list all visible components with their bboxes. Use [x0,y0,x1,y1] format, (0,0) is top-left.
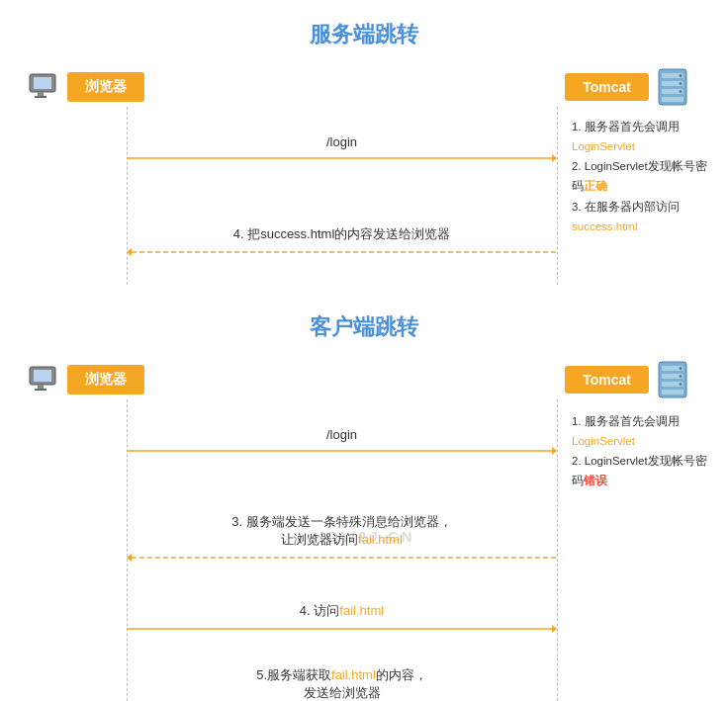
arrow1-svg-1 [127,151,557,165]
svg-rect-17 [34,370,51,382]
svg-point-6 [680,74,682,77]
note-2-1: 1. 服务器首先会调用LoginServlet [572,411,710,451]
svg-marker-31 [127,554,132,562]
tomcat-actor-1: Tomcat [565,67,690,107]
section1-title: 服务端跳转 [0,20,728,49]
arrow1-1: /login [127,134,557,154]
svg-point-8 [680,82,682,85]
svg-point-26 [680,383,682,386]
note-1-1: 1. 服务器首先会调用LoginServlet [572,117,710,156]
arrow2-label-1: 4. 把success.html的内容发送给浏览器 [127,225,557,243]
arrow2-1: 4. 把success.html的内容发送给浏览器 [127,225,557,259]
tomcat-box-2: Tomcat [565,366,649,394]
arrow2-2-label: 3. 服务端发送一条特殊消息给浏览器， 让浏览器访问fail.html [127,513,557,549]
svg-point-10 [680,90,682,93]
browser-actor-2: 浏览器 [28,365,144,394]
page-container: 服务端跳转 浏览器 Tomcat [0,0,728,701]
tomcat-actor-2: Tomcat [565,360,690,399]
arrow2-2-back: 3. 服务端发送一条特殊消息给浏览器， 让浏览器访问fail.html [127,513,557,565]
arrow2-3-label: 4. 访问fail.html [127,602,557,620]
note-1-2: 2. LoginServlet发现帐号密码正确 [572,156,710,196]
lifeline-tomcat-1 [557,107,558,285]
tomcat-box-1: Tomcat [565,73,649,101]
svg-marker-29 [552,447,557,455]
arrow2-1-label: /login [127,427,557,442]
divider [0,285,728,303]
arrow2-3-forward: 4. 访问fail.html [127,602,557,636]
svg-rect-27 [662,390,683,394]
arrow2-2-svg [127,551,557,565]
computer-icon-2 [28,365,61,394]
svg-marker-15 [127,248,132,256]
lifeline-tomcat-2 [557,399,558,701]
note-num: 1. 服务器首先会调用 [572,121,680,132]
note-1-3: 3. 在服务器内部访问success.html [572,197,710,236]
arrow2-4-back: 5.服务端获取fail.html的内容， 发送给浏览器 [127,666,557,701]
svg-rect-2 [38,92,44,96]
svg-rect-1 [34,77,51,89]
server-icon-2 [655,360,690,399]
notes-box-2: 1. 服务器首先会调用LoginServlet 2. LoginServlet发… [572,411,710,491]
arrow2-4-label: 5.服务端获取fail.html的内容， 发送给浏览器 [127,666,557,701]
svg-rect-11 [662,97,683,102]
browser-box-2: 浏览器 [67,365,144,394]
server-icon-1 [655,67,690,107]
arrow2-3-svg [127,622,557,636]
computer-icon-1 [28,72,61,102]
section2: 客户端跳转 HOW2J.CN 浏览器 Tomcat [0,312,728,701]
svg-rect-3 [35,96,46,98]
arrow2-1-forward: /login [127,427,557,458]
note-2-2: 2. LoginServlet发现帐号密码错误 [572,451,710,490]
section1: 服务端跳转 浏览器 Tomcat [0,20,728,285]
svg-rect-19 [35,389,46,391]
notes-box-1: 1. 服务器首先会调用LoginServlet 2. LoginServlet发… [572,117,710,236]
svg-rect-18 [38,385,44,389]
svg-marker-13 [552,154,557,162]
browser-box-1: 浏览器 [67,72,144,102]
svg-point-22 [680,367,682,370]
arrow1-label-1: /login [127,134,557,149]
arrow2-svg-1 [127,245,557,259]
browser-actor-1: 浏览器 [28,72,144,102]
svg-marker-33 [552,625,557,633]
arrow2-1-svg [127,444,557,458]
svg-point-24 [680,375,682,378]
section2-title: 客户端跳转 [0,312,728,342]
